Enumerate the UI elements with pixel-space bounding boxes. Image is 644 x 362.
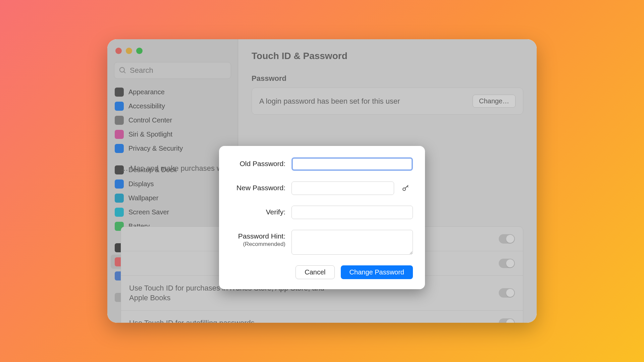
hint-label-text: Password Hint: (238, 232, 285, 240)
change-password-button[interactable]: Change Password (341, 265, 413, 279)
password-hint-input[interactable] (291, 230, 413, 255)
old-password-label: Old Password: (231, 157, 285, 168)
old-password-input[interactable] (291, 157, 413, 171)
verify-label: Verify: (231, 206, 285, 216)
key-icon[interactable] (401, 184, 410, 192)
cancel-button[interactable]: Cancel (296, 265, 334, 279)
hint-recommended: (Recommended) (231, 241, 285, 248)
new-password-input[interactable] (291, 182, 394, 195)
hint-label: Password Hint: (Recommended) (231, 230, 285, 248)
new-password-label: New Password: (231, 182, 285, 192)
svg-point-4 (403, 188, 406, 191)
verify-password-input[interactable] (291, 206, 413, 219)
change-password-dialog: Old Password: New Password: Verify: Pass… (219, 146, 425, 289)
